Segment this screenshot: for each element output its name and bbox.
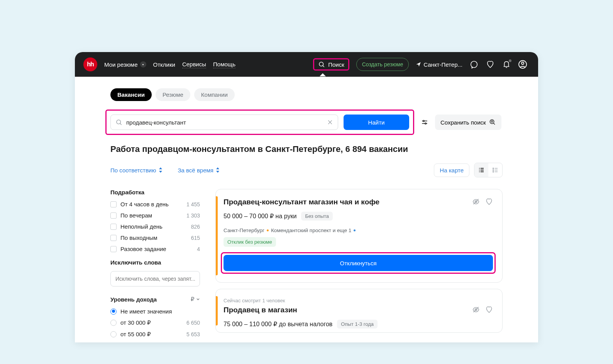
nav-my-resumes[interactable]: Мои резюме •: [104, 61, 146, 68]
currency-label: ₽: [191, 296, 195, 303]
exclude-words-input[interactable]: [110, 271, 200, 286]
create-resume-button[interactable]: Создать резюме: [356, 58, 409, 71]
svg-line-1: [323, 66, 324, 67]
filter-label: Не имеет значения: [120, 308, 172, 315]
filter-checkbox-row[interactable]: От 4 часов в день1 455: [110, 201, 200, 207]
card-accent-stripe: [216, 196, 218, 275]
logo-hh[interactable]: hh: [83, 57, 97, 71]
filters-sidebar: Подработка От 4 часов в день1 455По вече…: [110, 189, 200, 342]
sort-relevance-label: По соответствию: [110, 167, 156, 174]
checkbox-icon: [110, 224, 117, 230]
svg-point-25: [493, 171, 494, 172]
location-row: Санкт-Петербург Комендантский проспект и…: [224, 228, 493, 233]
hide-icon[interactable]: [472, 198, 480, 206]
find-button[interactable]: Найти: [344, 115, 409, 130]
svg-point-0: [319, 62, 323, 66]
save-search-button[interactable]: Сохранить поиск: [435, 115, 501, 130]
vacancy-card[interactable]: Продавец-консультант магазин чая и кофе …: [215, 189, 503, 283]
results-list: Продавец-консультант магазин чая и кофе …: [215, 189, 503, 342]
filter-label: По вечерам: [120, 212, 152, 219]
chat-icon[interactable]: [469, 60, 479, 69]
svg-point-21: [493, 168, 494, 169]
filter-radio-row[interactable]: Не имеет значения: [110, 308, 200, 315]
profile-icon[interactable]: [518, 60, 527, 69]
income-title-label: Уровень дохода: [110, 296, 157, 303]
filter-label: Разовое задание: [120, 246, 166, 252]
metro-dot-icon: [267, 229, 269, 231]
card-accent-stripe: [216, 296, 218, 325]
experience-chip: Без опыта: [301, 212, 333, 221]
filter-label: Неполный день: [120, 223, 163, 230]
nav-help[interactable]: Помощь: [213, 61, 235, 68]
search-icon: [318, 61, 325, 68]
filter-radio-row[interactable]: от 30 000 ₽6 650: [110, 319, 200, 326]
filter-checkbox-row[interactable]: По выходным615: [110, 234, 200, 241]
view-detailed-icon[interactable]: [474, 163, 488, 177]
search-icon: [115, 119, 122, 126]
hide-icon[interactable]: [472, 306, 480, 313]
sort-relevance[interactable]: По соответствию: [110, 167, 163, 174]
vacancy-title: Продавец-консультант магазин чая и кофе: [224, 198, 379, 206]
income-currency-selector[interactable]: ₽: [191, 296, 200, 303]
no-resume-chip: Отклик без резюме: [224, 237, 276, 247]
location-arrow-icon: [416, 62, 421, 67]
top-nav-bar: hh Мои резюме • Отклики Сервисы Помощь П…: [75, 52, 538, 77]
nav-search-button[interactable]: Поиск: [313, 58, 349, 71]
chevron-down-icon: [196, 297, 200, 301]
svg-point-23: [493, 170, 494, 170]
nav-responses[interactable]: Отклики: [153, 61, 175, 68]
experience-chip: Опыт 1-3 года: [337, 320, 378, 329]
salary-text: 50 000 – 70 000 ₽ на руки: [224, 212, 296, 220]
search-row-highlight: Найти: [105, 110, 414, 135]
filter-income-title: Уровень дохода ₽: [110, 296, 200, 303]
map-view-button[interactable]: На карте: [434, 163, 469, 177]
tab-companies[interactable]: Компании: [194, 88, 235, 101]
sort-arrows-icon: [216, 167, 220, 173]
resume-count-badge: •: [140, 61, 146, 67]
filter-radio-row[interactable]: от 55 000 ₽5 653: [110, 331, 200, 338]
tab-resumes[interactable]: Резюме: [156, 88, 190, 101]
favorite-icon[interactable]: [485, 306, 493, 313]
checkbox-icon: [110, 246, 117, 252]
location-selector[interactable]: Санкт-Петер...: [416, 61, 462, 68]
main-columns: Подработка От 4 часов в день1 455По вече…: [110, 189, 503, 342]
page-body: Вакансии Резюме Компании Найти Сохранить…: [75, 77, 538, 342]
filter-count: 1 303: [186, 212, 200, 219]
notifications-icon[interactable]: [502, 60, 511, 69]
metro-dot-icon: [354, 229, 356, 231]
svg-point-10: [423, 120, 424, 121]
checkbox-icon: [110, 212, 117, 219]
city-label: Санкт-Петербург: [224, 228, 264, 233]
search-input[interactable]: [126, 119, 323, 126]
view-compact-icon[interactable]: [488, 163, 502, 177]
svg-point-13: [490, 120, 494, 124]
sort-arrows-icon: [159, 167, 163, 173]
filter-checkbox-row[interactable]: По вечерам1 303: [110, 212, 200, 219]
svg-point-5: [117, 120, 121, 124]
filter-label: По выходным: [120, 234, 157, 241]
tab-vacancies[interactable]: Вакансии: [110, 88, 152, 101]
clear-icon[interactable]: [327, 119, 333, 125]
filter-label: От 4 часов в день: [120, 201, 169, 207]
search-type-tabs: Вакансии Резюме Компании: [110, 88, 503, 101]
favorites-icon[interactable]: [486, 60, 495, 69]
filter-label: от 30 000 ₽: [120, 319, 151, 326]
search-box: [110, 115, 338, 130]
filter-count: 5 653: [186, 331, 200, 337]
sort-period[interactable]: За всё время: [178, 167, 220, 174]
vacancy-card[interactable]: Сейчас смотрит 1 человек Продавец в мага…: [215, 289, 503, 333]
vacancy-title: Продавец в магазин: [224, 306, 297, 314]
save-search-label: Сохранить поиск: [440, 119, 486, 126]
filter-count: 1 455: [186, 201, 200, 207]
nav-search-label: Поиск: [328, 61, 344, 68]
nav-services[interactable]: Сервисы: [182, 61, 206, 68]
svg-line-14: [493, 123, 495, 125]
page-title: Работа продавцом-консультантом в Санкт-П…: [110, 144, 503, 154]
favorite-icon[interactable]: [485, 198, 493, 206]
heart-search-icon: [489, 119, 496, 126]
filter-checkbox-row[interactable]: Неполный день826: [110, 223, 200, 230]
location-label: Санкт-Петер...: [423, 61, 462, 68]
apply-button[interactable]: Откликнуться: [224, 255, 493, 271]
filter-checkbox-row[interactable]: Разовое задание4: [110, 246, 200, 252]
filter-settings-icon[interactable]: [420, 118, 429, 126]
